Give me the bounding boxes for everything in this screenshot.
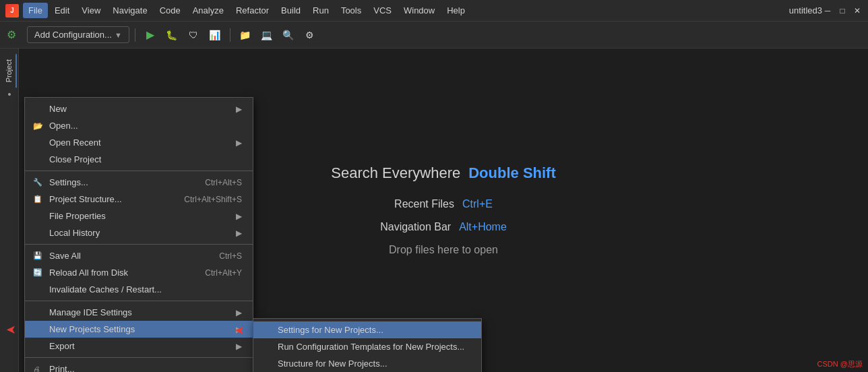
export-arrow: ▶ [236, 342, 242, 351]
close-button[interactable]: ✕ [852, 5, 863, 16]
menu-help[interactable]: Help [441, 3, 470, 18]
menu-item-save-all[interactable]: 💾 Save All Ctrl+S [25, 247, 253, 264]
reload-icon: 🔄 [33, 268, 42, 277]
menu-item-export[interactable]: Export ▶ [25, 338, 253, 354]
recent-files-label: Recent Files [394, 198, 454, 210]
app-logo: J [5, 4, 19, 18]
pycharm-icon: ⚙ [7, 28, 16, 41]
menu-item-file-properties[interactable]: File Properties ▶ [25, 208, 253, 224]
nav-bar-label: Navigation Bar [380, 221, 451, 233]
title-bar: J File Edit View Navigate Code Analyze R… [0, 0, 868, 22]
debug-button[interactable]: 🐛 [162, 26, 181, 44]
menu-item-new[interactable]: New ▶ [25, 100, 253, 117]
sidebar-bookmark-icon [8, 93, 11, 96]
menu-build[interactable]: Build [276, 3, 306, 18]
manage-ide-arrow: ▶ [236, 308, 242, 317]
menu-item-new-projects[interactable]: ➤ New Projects Settings ▶ ➤ Settings for… [25, 321, 253, 338]
run-button[interactable]: ▶ [141, 26, 160, 44]
menu-item-open-recent[interactable]: Open Recent ▶ [25, 134, 253, 151]
drop-files-hint: Drop files here to open [389, 244, 498, 255]
menu-edit[interactable]: Edit [49, 3, 75, 18]
file-properties-arrow: ▶ [236, 212, 242, 221]
menu-file[interactable]: File [23, 3, 48, 18]
menu-view[interactable]: View [76, 3, 106, 18]
submenu-item-settings-for-new[interactable]: ➤ Settings for New Projects... [253, 321, 481, 338]
menu-item-settings[interactable]: 🔧 Settings... Ctrl+Alt+S [25, 174, 253, 191]
search-everywhere-label: Search Everywhere [331, 164, 460, 182]
separator-2 [25, 244, 253, 245]
menu-item-open[interactable]: 📂 Open... [25, 117, 253, 134]
project-structure-icon: 📋 [33, 195, 42, 204]
menu-bar: File Edit View Navigate Code Analyze Ref… [23, 3, 789, 18]
file-menu: New ▶ 📂 Open... Open Recent ▶ Close Proj… [24, 97, 253, 372]
menu-item-close-project[interactable]: Close Project [25, 151, 253, 168]
main-area: Project Search Everywhere Double Shift R… [0, 49, 868, 372]
menu-refactor[interactable]: Refactor [230, 3, 274, 18]
arrow-indicator-1: ➤ [6, 322, 16, 337]
project-structure-shortcut: Ctrl+Alt+Shift+S [168, 195, 242, 204]
menu-item-invalidate-caches[interactable]: Invalidate Caches / Restart... [25, 281, 253, 298]
add-configuration-button[interactable]: Add Configuration... ▼ [27, 26, 129, 43]
terminal-button[interactable]: 💻 [257, 26, 276, 44]
menu-analyze[interactable]: Analyze [187, 3, 229, 18]
window-title: untitled3 [789, 5, 822, 16]
file-menu-dropdown: New ▶ 📂 Open... Open Recent ▶ Close Proj… [24, 97, 253, 372]
menu-item-reload-all[interactable]: 🔄 Reload All from Disk Ctrl+Alt+Y [25, 264, 253, 281]
settings-icon: 🔧 [33, 178, 42, 187]
chevron-down-icon: ▼ [115, 31, 122, 39]
new-projects-submenu: ➤ Settings for New Projects... Run Confi… [253, 318, 482, 372]
menu-vcs[interactable]: VCS [368, 3, 397, 18]
open-recent-arrow-icon: ▶ [236, 138, 242, 148]
menu-code[interactable]: Code [154, 3, 186, 18]
maximize-button[interactable]: □ [837, 5, 848, 16]
open-icon: 📂 [33, 121, 43, 131]
editor-hints: Search Everywhere Double Shift Recent Fi… [331, 164, 556, 256]
search-everywhere-toolbar[interactable]: 🔍 [279, 26, 298, 44]
separator-3 [25, 301, 253, 301]
toolbar-separator-1 [135, 28, 135, 42]
menu-run[interactable]: Run [307, 3, 334, 18]
submenu-item-structure-for-new[interactable]: Structure for New Projects... [253, 355, 481, 372]
vcs-button[interactable]: 📁 [236, 26, 255, 44]
settings-toolbar[interactable]: ⚙ [301, 26, 319, 44]
menu-item-project-structure[interactable]: 📋 Project Structure... Ctrl+Alt+Shift+S [25, 191, 253, 208]
minimize-button[interactable]: ─ [822, 5, 833, 16]
toolbar: ⚙ Add Configuration... ▼ ▶ 🐛 🛡 📊 📁 💻 🔍 ⚙ [0, 22, 868, 49]
menu-window[interactable]: Window [398, 3, 440, 18]
arrow-indicator-2: ➤ [235, 323, 245, 338]
search-everywhere-shortcut: Double Shift [468, 164, 556, 182]
separator-4 [25, 357, 253, 358]
new-arrow-icon: ▶ [236, 104, 242, 114]
menu-item-manage-ide[interactable]: Manage IDE Settings ▶ [25, 304, 253, 321]
nav-bar-shortcut: Alt+Home [459, 221, 507, 233]
menu-navigate[interactable]: Navigate [107, 3, 152, 18]
save-all-icon: 💾 [33, 251, 42, 260]
menu-item-local-history[interactable]: Local History ▶ [25, 224, 253, 241]
coverage-button[interactable]: 🛡 [184, 26, 203, 44]
separator-1 [25, 170, 253, 171]
menu-item-print[interactable]: 🖨 Print... [25, 361, 253, 372]
menu-tools[interactable]: Tools [336, 3, 367, 18]
sidebar-tab-project[interactable]: Project [2, 54, 17, 88]
reload-shortcut: Ctrl+Alt+Y [189, 268, 242, 278]
submenu-item-run-config-templates[interactable]: Run Configuration Templates for New Proj… [253, 338, 481, 355]
profile-button[interactable]: 📊 [206, 26, 224, 44]
window-controls: ─ □ ✕ [822, 5, 863, 16]
recent-files-shortcut: Ctrl+E [462, 198, 493, 210]
save-all-shortcut: Ctrl+S [203, 251, 242, 261]
watermark: CSDN @思源 [817, 359, 863, 369]
settings-shortcut: Ctrl+Alt+S [189, 178, 242, 187]
local-history-arrow: ▶ [236, 228, 242, 238]
toolbar-separator-2 [230, 28, 230, 42]
print-icon: 🖨 [33, 365, 40, 373]
